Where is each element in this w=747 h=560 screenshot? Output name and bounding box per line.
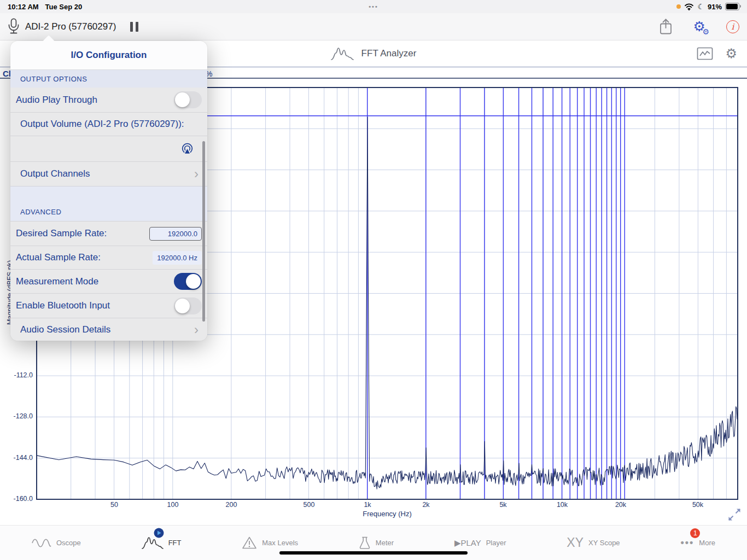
row-output-channels[interactable]: Output Channels › (10, 162, 207, 186)
tab-label: FFT (168, 539, 182, 547)
row-audio-session-details[interactable]: Audio Session Details › (10, 318, 207, 341)
output-channels-label: Output Channels (20, 168, 90, 179)
section-header-advanced: ADVANCED (10, 186, 207, 221)
x-tick-label: 200 (212, 501, 250, 509)
x-tick-label: 500 (290, 501, 328, 509)
measurement-mode-toggle[interactable] (174, 273, 202, 290)
audio-session-details-label: Audio Session Details (20, 324, 110, 335)
chevron-right-icon: › (194, 167, 202, 180)
do-not-disturb-icon: ☾ (697, 2, 704, 11)
row-output-volume-label: Output Volume (ADI-2 Pro (57760297)): (10, 113, 207, 136)
row-audio-route (10, 136, 207, 162)
pause-button[interactable] (130, 22, 138, 32)
row-desired-sample-rate: Desired Sample Rate: (10, 221, 207, 246)
actual-sample-rate-value: 192000.0 Hz (153, 251, 202, 265)
row-audio-play-through: Audio Play Through (10, 88, 207, 113)
analyzer-settings-gear-icon[interactable]: ⚙ (725, 46, 737, 61)
desired-sample-rate-input[interactable] (149, 227, 202, 241)
sine-wave-icon (32, 537, 51, 549)
x-tick-label: 5k (484, 501, 522, 509)
wifi-icon (684, 3, 694, 10)
fft-waveform-icon (331, 46, 354, 61)
tab-bar: Oscope FFT Max Levels Meter ▶PLAY Player (0, 525, 747, 560)
chevron-right-icon: › (194, 323, 202, 336)
x-tick-label: 2k (407, 501, 445, 509)
io-configuration-popover: I/O Configuration OUTPUT OPTIONS Audio P… (10, 41, 207, 341)
tab-max-levels[interactable]: Max Levels (242, 536, 298, 550)
x-tick-label: 50 (95, 501, 133, 509)
tab-label: Oscope (56, 539, 81, 547)
measurement-mode-label: Measurement Mode (16, 276, 98, 287)
chart-style-icon[interactable] (697, 47, 713, 60)
tab-label: Max Levels (262, 539, 298, 547)
tab-xy-scope[interactable]: XY XY Scope (567, 535, 620, 550)
y-tick-label: -160.0 (0, 495, 33, 503)
harmonic-marker-lines (367, 88, 625, 499)
enable-bluetooth-input-label: Enable Bluetooth Input (16, 300, 110, 311)
audio-route-airplay-icon[interactable] (180, 143, 194, 155)
output-volume-label: Output Volume (ADI-2 Pro (57760297)): (20, 119, 184, 130)
tab-fft[interactable]: FFT (142, 535, 182, 550)
main-toolbar: ADI-2 Pro (57760297) ⚙⚙ i (0, 13, 747, 40)
popover-title: I/O Configuration (10, 41, 207, 70)
x-axis-title: Frequency (Hz) (352, 510, 423, 518)
audio-play-through-label: Audio Play Through (16, 95, 97, 106)
tab-label: XY Scope (588, 539, 620, 547)
play-text-icon: ▶PLAY (454, 538, 481, 548)
y-tick-label: -128.0 (0, 412, 33, 420)
ellipsis-icon: ••• (680, 537, 694, 549)
io-configuration-gears-icon[interactable]: ⚙⚙ (693, 20, 705, 33)
enable-bluetooth-input-toggle[interactable] (174, 298, 202, 314)
audio-play-through-toggle[interactable] (174, 91, 202, 108)
tab-more[interactable]: ••• 1 More (680, 537, 715, 549)
tab-player[interactable]: ▶PLAY Player (454, 538, 506, 548)
microphone-icon[interactable] (8, 18, 20, 35)
tab-label: Meter (376, 539, 394, 547)
channel-strip-fragment-left: Cl (3, 69, 11, 78)
x-tick-label: 10k (543, 501, 581, 509)
info-icon[interactable]: i (726, 20, 739, 33)
y-tick-label: -144.0 (0, 454, 33, 462)
expand-chart-icon[interactable] (727, 508, 742, 522)
y-tick-label: -112.0 (0, 371, 33, 379)
tab-label: Player (486, 539, 506, 547)
status-bar: 10:12 AM Tue Sep 20 ••• ☾ 91% (0, 0, 747, 13)
tab-oscope[interactable]: Oscope (32, 537, 81, 549)
status-time: 10:12 AM (8, 3, 39, 11)
more-badge: 1 (690, 528, 700, 538)
page-title: FFT Analyzer (361, 48, 417, 59)
mic-active-indicator-icon (676, 4, 681, 9)
running-play-badge-icon (154, 528, 164, 538)
row-actual-sample-rate: Actual Sample Rate: 192000.0 Hz (10, 246, 207, 270)
status-date: Tue Sep 20 (45, 3, 83, 11)
xy-text-icon: XY (567, 535, 583, 550)
popover-scrollbar[interactable] (202, 141, 205, 322)
x-tick-label: 20k (602, 501, 640, 509)
battery-percent: 91% (708, 3, 722, 11)
desired-sample-rate-label: Desired Sample Rate: (16, 228, 107, 239)
battery-icon (725, 3, 739, 10)
actual-sample-rate-label: Actual Sample Rate: (16, 252, 101, 263)
row-enable-bluetooth-input: Enable Bluetooth Input (10, 294, 207, 318)
tab-meter[interactable]: Meter (359, 536, 394, 550)
tab-label: More (699, 539, 715, 547)
warning-triangle-icon (242, 536, 257, 550)
x-tick-label: 50k (679, 501, 717, 509)
section-header-output-options: OUTPUT OPTIONS (10, 70, 207, 88)
x-tick-label: 100 (154, 501, 192, 509)
status-time-date: 10:12 AM Tue Sep 20 (8, 3, 82, 11)
device-title[interactable]: ADI-2 Pro (57760297) (25, 21, 116, 32)
multitask-dots: ••• (0, 3, 747, 10)
row-measurement-mode: Measurement Mode (10, 270, 207, 294)
flask-icon (359, 536, 371, 550)
share-icon[interactable] (659, 18, 673, 35)
x-tick-label: 1k (348, 501, 387, 509)
home-indicator[interactable] (279, 551, 468, 555)
